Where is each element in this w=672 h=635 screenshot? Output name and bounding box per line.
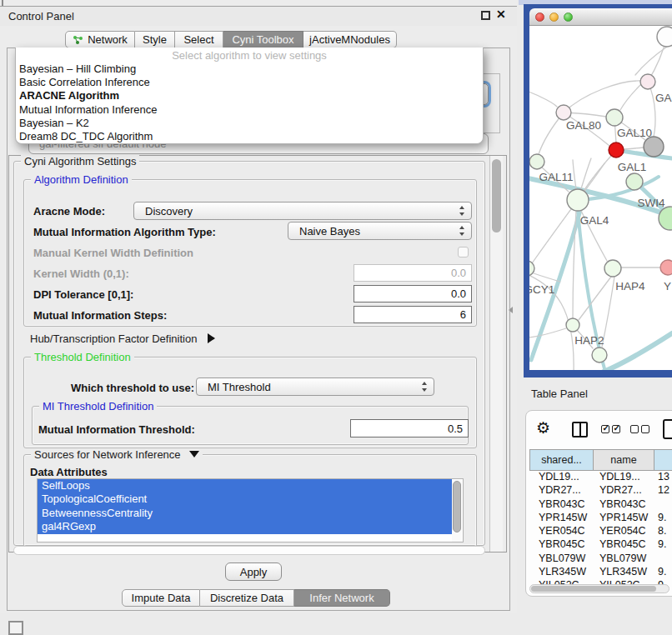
close-icon[interactable]: ✕ xyxy=(496,8,506,21)
gear-icon[interactable]: ⚙ xyxy=(536,418,550,438)
dpi-tolerance-field[interactable]: 0.0 xyxy=(354,285,472,302)
settings-horizontal-scrollbar[interactable] xyxy=(13,546,485,555)
attribute-item-selected[interactable]: gal4RGexp xyxy=(38,520,452,533)
mi-threshold-field[interactable]: 0.5 xyxy=(350,419,469,438)
checkbox-checked-icon xyxy=(601,425,609,433)
network-node[interactable] xyxy=(606,109,623,126)
group-title: MI Threshold Definition xyxy=(39,400,157,412)
split-columns-icon[interactable] xyxy=(572,422,588,438)
attribute-item-selected[interactable]: BetweennessCentrality xyxy=(38,507,452,520)
minimize-traffic-light-icon[interactable] xyxy=(549,12,559,22)
data-attributes-list[interactable]: SelfLoopsTopologicalCoefficientBetweenne… xyxy=(37,478,464,542)
tab-infer-network[interactable]: Infer Network xyxy=(294,589,390,607)
float-window-icon[interactable] xyxy=(481,11,490,20)
algorithm-item[interactable]: Basic Correlation Inference xyxy=(16,76,483,89)
network-node[interactable] xyxy=(529,154,544,169)
scrollbar-thumb[interactable] xyxy=(453,481,461,532)
column-header-shared[interactable]: shared... xyxy=(529,449,594,471)
table-cell: YBR043C xyxy=(594,498,654,512)
tab-impute-data[interactable]: Impute Data xyxy=(122,589,200,607)
network-edge[interactable] xyxy=(624,148,644,149)
tab-select[interactable]: Select xyxy=(175,31,223,48)
node-label: HAP2 xyxy=(574,334,604,347)
bottom-tabs: Impute Data Discretize Data Infer Networ… xyxy=(122,589,390,607)
network-node[interactable] xyxy=(592,348,607,362)
scrollbar-thumb[interactable] xyxy=(492,159,501,232)
minimized-panel-chip[interactable] xyxy=(8,621,23,635)
table-horizontal-scrollbar[interactable] xyxy=(529,584,669,593)
table-row[interactable]: YBR043CYBR043C xyxy=(529,498,672,512)
checked-boxes-icon[interactable] xyxy=(601,425,620,433)
tab-discretize-data[interactable]: Discretize Data xyxy=(200,589,294,607)
table-cell: 13 xyxy=(654,471,672,484)
scrollbar-thumb[interactable] xyxy=(531,586,656,592)
network-edge[interactable] xyxy=(579,277,611,320)
mi-steps-field[interactable]: 6 xyxy=(354,306,472,323)
settings-vertical-scrollbar[interactable] xyxy=(489,156,503,552)
unchecked-boxes-icon[interactable] xyxy=(630,425,649,433)
manual-kernel-checkbox[interactable] xyxy=(458,247,469,258)
algorithm-item[interactable]: ARACNE Algorithm xyxy=(16,89,483,102)
table-row[interactable]: YDL19...YDL19...13 xyxy=(529,471,672,484)
maximize-traffic-light-icon[interactable] xyxy=(564,12,573,22)
network-node[interactable] xyxy=(609,142,624,158)
table-row[interactable]: YPR145WYPR145W9. xyxy=(529,512,672,525)
collapse-arrow-icon xyxy=(189,451,199,458)
table-cell: YLR345W xyxy=(594,566,654,579)
sources-expander[interactable]: Sources for Network Inference xyxy=(31,448,203,461)
mi-type-combo[interactable]: Naive Bayes xyxy=(288,222,472,240)
list-vertical-scrollbar[interactable] xyxy=(452,480,462,542)
apply-label: Apply xyxy=(240,566,268,578)
split-pane-handle-icon[interactable] xyxy=(509,307,513,313)
tab-network[interactable]: Network xyxy=(65,31,135,48)
table-row[interactable]: YBL079WYBL079W xyxy=(529,552,672,566)
table-panel-card: ⚙ shared... name YDL19...YDL19...13YDR27… xyxy=(525,410,672,597)
column-header-name[interactable]: name xyxy=(594,449,654,471)
table-cell: 9. xyxy=(654,512,672,525)
hub-definition-label: Hub/Transcription Factor Definition xyxy=(30,332,197,345)
network-edge[interactable] xyxy=(529,328,566,338)
network-node[interactable] xyxy=(556,105,571,120)
kernel-width-field[interactable]: 0.0 xyxy=(354,264,472,282)
algorithm-placeholder: Select algorithm to view settings xyxy=(16,49,483,62)
network-edge[interactable] xyxy=(604,333,672,370)
attribute-item-selected[interactable]: SelfLoops xyxy=(38,479,452,492)
network-node[interactable] xyxy=(657,27,672,47)
algorithm-item[interactable]: Mutual Information Inference xyxy=(16,103,483,117)
attribute-item-selected[interactable]: TopologicalCoefficient xyxy=(38,492,452,506)
network-edge[interactable] xyxy=(620,84,641,110)
table-cell: YBL079W xyxy=(529,552,594,566)
network-edge[interactable] xyxy=(532,200,578,263)
node-label: GAL11 xyxy=(539,171,573,183)
table-row[interactable]: YER054CYER054C8. xyxy=(529,525,672,538)
table-row[interactable]: YDR27...YDR27...12 xyxy=(529,484,672,498)
which-threshold-combo[interactable]: MI Threshold xyxy=(196,378,434,396)
page-icon[interactable] xyxy=(663,419,672,439)
network-node[interactable] xyxy=(566,318,579,332)
network-canvas[interactable]: GALGAL80GAL10GAL1GAL11SWI4GAL4GCY1HAP4YH… xyxy=(529,26,672,370)
algorithm-item[interactable]: Dream8 DC_TDC Algorithm xyxy=(16,130,483,143)
network-window-titlebar[interactable] xyxy=(529,8,672,26)
table-row[interactable]: YLR345WYLR345W9. xyxy=(529,566,672,579)
network-node[interactable] xyxy=(626,173,643,190)
algorithm-item[interactable]: Bayesian – Hill Climbing xyxy=(16,62,483,76)
tab-jactivemnodules[interactable]: jActiveMNodules xyxy=(303,31,397,48)
close-traffic-light-icon[interactable] xyxy=(535,12,544,22)
algorithm-item[interactable]: Bayesian – K2 xyxy=(16,117,483,130)
aracne-mode-combo[interactable]: Discovery xyxy=(133,202,472,220)
network-node[interactable] xyxy=(640,74,655,89)
network-graph[interactable]: GALGAL80GAL10GAL1GAL11SWI4GAL4GCY1HAP4YH… xyxy=(529,26,672,370)
network-edge[interactable] xyxy=(616,150,672,158)
tab-cyni-toolbox[interactable]: Cyni Toolbox xyxy=(223,31,303,48)
network-node[interactable] xyxy=(644,137,664,157)
table-row[interactable]: YBR045CYBR045C9. xyxy=(529,538,672,552)
column-header-clipped[interactable] xyxy=(654,449,672,471)
network-edge[interactable] xyxy=(529,92,557,107)
apply-button[interactable]: Apply xyxy=(225,562,282,581)
network-node[interactable] xyxy=(604,260,621,277)
network-node[interactable] xyxy=(660,260,672,275)
network-node[interactable] xyxy=(567,189,589,211)
hub-definition-expander[interactable]: Hub/Transcription Factor Definition xyxy=(30,332,215,345)
table-cell: 9. xyxy=(654,538,672,552)
tab-style[interactable]: Style xyxy=(135,31,175,48)
